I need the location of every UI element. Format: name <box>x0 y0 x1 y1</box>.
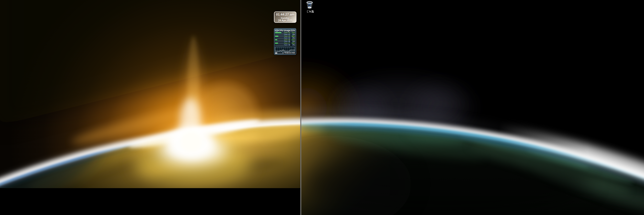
svg-text:intel: intel <box>275 30 278 31</box>
